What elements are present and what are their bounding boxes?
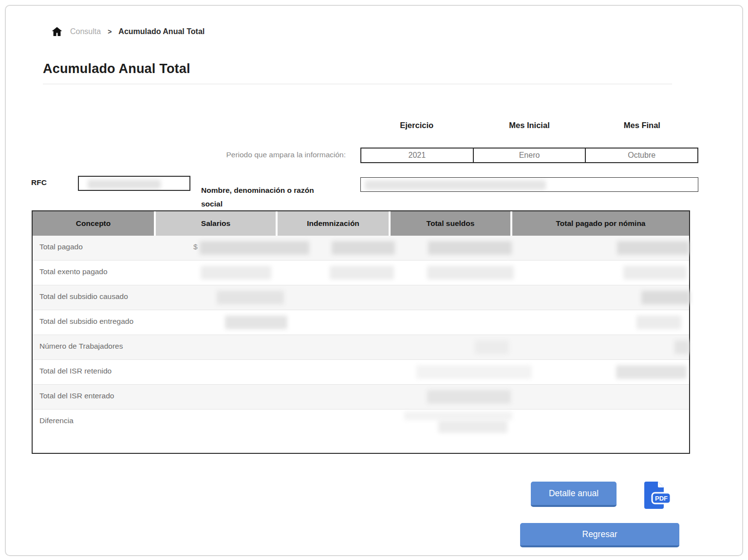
- regresar-button[interactable]: Regresar: [520, 523, 679, 547]
- redacted-value: [674, 340, 689, 354]
- redacted-value: [332, 241, 395, 255]
- row-concepto-label: Total del ISR retenido: [39, 367, 112, 375]
- redacted-value: [641, 291, 690, 304]
- col-header-salarios: Salarios: [156, 211, 276, 236]
- row-concepto-label: Número de Trabajadores: [39, 342, 123, 351]
- table-row: Número de Trabajadores: [33, 335, 689, 360]
- period-value-ejercicio: 2021: [361, 149, 474, 162]
- redacted-value: [330, 266, 394, 280]
- redacted-value: [200, 241, 309, 255]
- pdf-icon[interactable]: PDF: [639, 480, 672, 512]
- redacted-value: [475, 340, 509, 354]
- col-header-total-pagado-nomina: Total pagado por nómina: [512, 211, 689, 236]
- table-row: Total del ISR enterado: [33, 385, 689, 410]
- acumulado-table: Concepto Salarios Indemnización Total su…: [32, 210, 690, 454]
- table-row: Total del subsidio causado: [33, 285, 689, 310]
- currency-prefix: $: [193, 243, 198, 251]
- period-value-mes-inicial: Enero: [474, 149, 586, 162]
- rfc-field[interactable]: [78, 176, 190, 191]
- col-header-indemnizacion: Indemnización: [278, 211, 389, 236]
- row-concepto-label: Total pagado: [39, 243, 83, 251]
- redacted-value: [225, 316, 287, 329]
- redacted-value: [416, 365, 532, 379]
- period-header-ejercicio: Ejercicio: [360, 121, 473, 130]
- rfc-redacted-value: [88, 180, 161, 189]
- redacted-value: [617, 241, 689, 255]
- table-row: Total pagado$: [33, 236, 689, 261]
- redacted-value: [201, 266, 271, 280]
- col-header-total-sueldos: Total sueldos: [391, 211, 510, 236]
- table-header-row: Concepto Salarios Indemnización Total su…: [33, 211, 689, 236]
- title-divider: [43, 84, 672, 84]
- table-body: Total pagado$Total exento pagadoTotal de…: [33, 236, 689, 452]
- redacted-value: [636, 316, 681, 329]
- table-row: Diferencia: [33, 410, 689, 452]
- breadcrumb: Consulta > Acumulado Anual Total: [51, 25, 205, 38]
- name-redacted-value: [365, 180, 546, 190]
- row-concepto-label: Total del subsidio causado: [39, 292, 128, 301]
- period-header-mes-inicial: Mes Inicial: [473, 121, 585, 130]
- breadcrumb-consulta-link[interactable]: Consulta: [70, 27, 101, 36]
- redacted-value: [438, 420, 507, 433]
- row-concepto-label: Diferencia: [39, 416, 74, 425]
- page-title: Acumulado Anual Total: [43, 61, 190, 76]
- redacted-value: [427, 266, 514, 280]
- page: Consulta > Acumulado Anual Total Acumula…: [0, 0, 748, 560]
- period-strip: 2021 Enero Octubre: [360, 148, 698, 163]
- redacted-value: [623, 266, 687, 280]
- rfc-label: RFC: [31, 178, 47, 187]
- name-field[interactable]: [360, 177, 698, 192]
- table-row: Total del ISR retenido: [33, 360, 689, 385]
- table-row: Total del subsidio entregado: [33, 310, 689, 335]
- name-label: Nombre, denominación o razón social: [201, 184, 347, 211]
- svg-text:PDF: PDF: [655, 495, 668, 502]
- period-headers: Ejercicio Mes Inicial Mes Final: [360, 121, 698, 130]
- breadcrumb-separator: >: [108, 28, 112, 36]
- row-concepto-label: Total del subsidio entregado: [39, 317, 133, 326]
- period-label: Periodo que ampara la información:: [146, 150, 346, 159]
- redacted-value: [404, 411, 512, 420]
- detalle-anual-button[interactable]: Detalle anual: [531, 482, 617, 507]
- home-icon[interactable]: [51, 25, 63, 38]
- row-concepto-label: Total del ISR enterado: [39, 392, 114, 400]
- redacted-value: [616, 365, 687, 379]
- row-concepto-label: Total exento pagado: [39, 267, 108, 276]
- col-header-concepto: Concepto: [33, 211, 154, 236]
- period-header-mes-final: Mes Final: [586, 121, 698, 130]
- table-row: Total exento pagado: [33, 261, 689, 285]
- redacted-value: [217, 291, 284, 304]
- breadcrumb-current: Acumulado Anual Total: [118, 27, 205, 36]
- period-value-mes-final: Octubre: [586, 149, 697, 162]
- redacted-value: [428, 241, 512, 255]
- redacted-value: [427, 390, 511, 404]
